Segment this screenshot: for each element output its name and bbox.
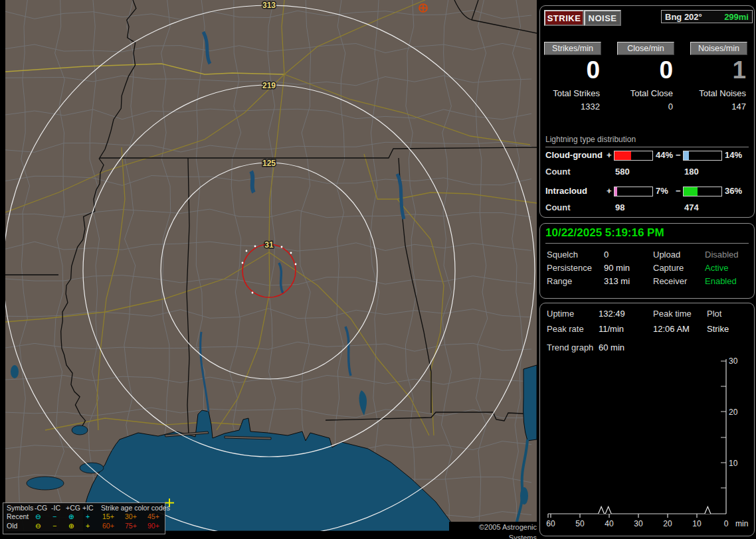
- close-per-min-value: 0: [617, 58, 673, 83]
- trend-panel: Uptime 132:49 Peak time Plot Peak rate 1…: [539, 303, 755, 536]
- ring-label-31: 31: [264, 240, 274, 250]
- legend-col-pos-cg: +CG: [66, 504, 80, 512]
- squelch-label: Squelch: [547, 250, 578, 260]
- strikes-per-min-value: 0: [544, 58, 600, 83]
- age-60: 60+: [102, 522, 114, 530]
- trend-graph: 30 20 10 60 50 40 30 20 10 0 min: [540, 303, 753, 534]
- age-75: 75+: [125, 522, 137, 530]
- copyright-text: ©2005 Astrogenic Systems: [449, 522, 539, 532]
- total-strikes-label: Total Strikes: [544, 88, 600, 98]
- plus-sign: +: [607, 150, 612, 160]
- cg-plus-bar: [614, 151, 653, 161]
- neg-cg-old-icon: ⊖: [35, 522, 41, 530]
- persistence-label: Persistence: [547, 263, 592, 273]
- squelch-value: 0: [604, 250, 609, 260]
- map-canvas[interactable]: 313 219 125 31: [5, 0, 537, 531]
- pos-cg-recent-icon: ⊕: [68, 512, 74, 521]
- xtick-10: 10: [692, 519, 702, 528]
- age-15: 15+: [102, 512, 114, 521]
- pos-ic-old-icon: +: [86, 522, 90, 530]
- noises-per-min-button[interactable]: Noises/min: [690, 42, 747, 55]
- map-svg: 313 219 125 31: [5, 0, 537, 531]
- ic-minus-bar: [683, 187, 722, 196]
- map-legend: Symbols -CG -IC +CG +IC Strike age color…: [3, 502, 165, 534]
- total-noises-label: Total Noises: [690, 88, 746, 98]
- legend-row-recent-label: Recent: [7, 512, 29, 521]
- neg-ic-old-icon: −: [52, 522, 56, 530]
- minus-sign: −: [676, 150, 681, 160]
- ic-plus-pct: 7%: [656, 186, 668, 196]
- bearing-distance: 299mi: [724, 12, 749, 22]
- ic-plus-count: 98: [615, 202, 624, 212]
- age-90: 90+: [147, 522, 159, 530]
- pos-cg-old-icon: ⊕: [68, 522, 74, 530]
- minus-sign: −: [676, 186, 681, 196]
- xtick-0: 0: [724, 519, 729, 528]
- legend-age-header: Strike age color codes: [101, 504, 170, 512]
- ring-label-219: 219: [262, 81, 276, 90]
- total-noises-value: 147: [690, 102, 746, 112]
- receiver-status: Enabled: [705, 276, 737, 286]
- legend-col-neg-ic: -IC: [51, 504, 60, 512]
- bearing-value: Bng 202°: [665, 12, 702, 22]
- ring-label-125: 125: [262, 159, 276, 168]
- cloud-ground-label: Cloud-ground: [545, 150, 603, 160]
- strike-stats-panel: STRIKE NOISE Bng 202° 299mi Strikes/min …: [539, 5, 755, 218]
- cg-minus-count: 180: [684, 167, 699, 177]
- trend-axes: [548, 359, 726, 518]
- strike-symbol-cg-old: [419, 4, 427, 12]
- age-45: 45+: [147, 512, 159, 521]
- noise-mode-button[interactable]: NOISE: [584, 10, 621, 26]
- legend-row-old-label: Old: [7, 522, 17, 530]
- xtick-60: 60: [546, 519, 555, 528]
- legend-col-neg-cg: -CG: [35, 504, 47, 512]
- persistence-value: 90 min: [604, 263, 630, 273]
- range-value: 313 mi: [604, 276, 630, 286]
- ic-count-label: Count: [545, 202, 571, 212]
- total-strikes-value: 1332: [544, 102, 600, 112]
- noises-per-min-value: 1: [690, 58, 746, 83]
- datetime-display: 10/22/2025 5:19:16 PM: [545, 226, 749, 244]
- ic-minus-count: 474: [684, 202, 699, 212]
- plus-sign: +: [607, 186, 612, 196]
- range-label: Range: [547, 276, 572, 286]
- legend-symbols-header: Symbols: [7, 504, 33, 512]
- cg-plus-pct: 44%: [656, 150, 673, 160]
- trend-peaks: [599, 506, 711, 514]
- ring-label-313: 313: [262, 1, 276, 10]
- age-30: 30+: [125, 512, 137, 521]
- strike-mode-button[interactable]: STRIKE: [544, 10, 584, 26]
- ytick-10: 10: [729, 459, 738, 468]
- ic-minus-pct: 36%: [725, 186, 742, 196]
- cg-count-label: Count: [545, 167, 571, 177]
- intracloud-label: Intracloud: [545, 186, 587, 196]
- ytick-30: 30: [729, 356, 738, 366]
- x-unit-label: min: [735, 519, 748, 528]
- cg-minus-pct: 14%: [725, 150, 742, 160]
- upload-status: Disabled: [705, 250, 739, 260]
- close-per-min-button[interactable]: Close/min: [617, 42, 674, 55]
- trend-tick-labels: 30 20 10 60 50 40 30 20 10 0 min: [546, 356, 748, 528]
- cg-minus-bar: [683, 151, 722, 161]
- receiver-label: Receiver: [653, 276, 687, 286]
- ic-plus-bar: [614, 187, 653, 196]
- capture-status: Active: [705, 263, 728, 273]
- neg-cg-recent-icon: ⊖: [35, 512, 41, 521]
- status-panel: 10/22/2025 5:19:16 PM Squelch 0 Persiste…: [539, 223, 755, 299]
- neg-ic-recent-icon: −: [52, 512, 56, 521]
- upload-label: Upload: [653, 250, 680, 260]
- total-close-value: 0: [617, 102, 673, 112]
- bearing-readout: Bng 202° 299mi: [661, 10, 753, 23]
- ytick-20: 20: [729, 408, 738, 417]
- xtick-20: 20: [663, 519, 672, 528]
- cg-plus-count: 580: [615, 167, 630, 177]
- capture-label: Capture: [653, 263, 684, 273]
- xtick-40: 40: [605, 519, 614, 528]
- xtick-50: 50: [575, 519, 585, 528]
- strikes-per-min-button[interactable]: Strikes/min: [544, 42, 601, 55]
- legend-col-pos-ic: +IC: [82, 504, 94, 512]
- distribution-title: Lightning type distribution: [545, 135, 749, 147]
- total-close-label: Total Close: [617, 88, 673, 98]
- xtick-30: 30: [634, 519, 643, 528]
- pos-ic-recent-icon: +: [86, 512, 90, 521]
